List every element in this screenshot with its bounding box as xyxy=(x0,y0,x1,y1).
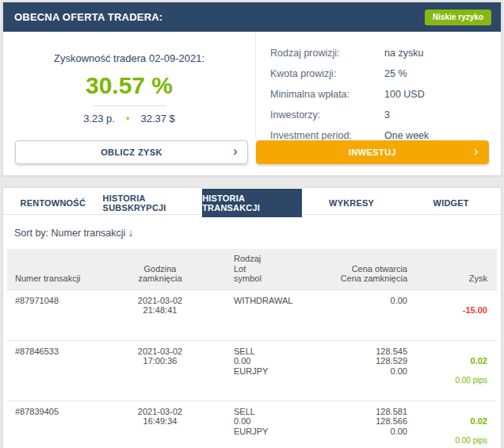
sort-field-control[interactable]: Numer transakcji ↓ xyxy=(52,228,134,239)
cell-type-lot-symbol: SELL 0.00 EURJPY xyxy=(212,405,315,438)
offer-card-body: Zyskowność tradera 02-09-2021: 30.57 % 3… xyxy=(3,32,501,138)
tab-item[interactable]: HISTORIA SUBSKRYPCJI xyxy=(103,191,203,214)
cell-profit: 0.02 0.00 pips xyxy=(414,405,497,448)
cell-type-lot-symbol: SELL 0.00 EURJPY xyxy=(212,345,315,378)
offer-card: OBECNA OFERTA TRADERA: Niskie ryzyko Zys… xyxy=(2,2,502,176)
profit-pips-value: 0.00 pips xyxy=(414,436,487,446)
calculate-profit-button-label: OBLICZ ZYSK xyxy=(16,147,247,157)
offer-detail-value: 25 % xyxy=(384,68,407,79)
cell-open-close-price: 0.00 xyxy=(315,294,414,308)
cell-transaction-number: #87839405 xyxy=(7,405,109,419)
table-row: #87971048 2021-03-02 21:48:41 WITHDRAWAL… xyxy=(7,290,497,341)
offer-detail-value: 100 USD xyxy=(384,89,425,100)
header-transaction-number: Numer transakcji xyxy=(7,274,109,284)
header-close-time: Godzina zamknięcia xyxy=(109,264,212,284)
table-row: #87839405 2021-03-02 16:49:34 SELL 0.00 … xyxy=(7,401,497,448)
offer-detail-value: 3 xyxy=(384,109,390,121)
profit-usd-value: 32.37 $ xyxy=(140,113,174,124)
sort-field-name: Numer transakcji xyxy=(52,228,126,239)
tab-label: HISTORIA SUBSKRYPCJI xyxy=(103,193,203,213)
tab-item[interactable]: RENTOWNOŚĆ xyxy=(3,191,103,214)
offer-buttons-row: OBLICZ ZYSK › INWESTUJ › xyxy=(3,138,501,175)
history-card: RENTOWNOŚĆ HISTORIA SUBSKRYPCJI HISTORIA… xyxy=(2,187,502,448)
cell-close-time: 2021-03-02 16:49:34 xyxy=(109,405,212,428)
offer-detail-label: Kwota prowizji: xyxy=(270,68,384,79)
offer-detail-label: Investment period: xyxy=(270,130,384,141)
sort-bar: Sort by: Numer transakcji ↓ xyxy=(3,215,501,249)
divider xyxy=(93,105,166,106)
sort-by-label: Sort by: xyxy=(14,228,48,239)
header-open-close-price: Cena otwarcia Cena zamknięcia xyxy=(315,264,414,284)
offer-detail-row: Kwota prowizji: 25 % xyxy=(270,63,501,84)
cell-profit: -15.00 xyxy=(414,294,497,337)
offer-detail-row: Rodzaj prowizji: na zysku xyxy=(270,43,501,63)
calculate-profit-button[interactable]: OBLICZ ZYSK › xyxy=(15,140,248,164)
cell-close-time: 2021-03-02 21:48:41 xyxy=(109,294,212,317)
offer-detail-label: Minimalna wpłata: xyxy=(270,89,384,100)
table-row: #87846533 2021-03-02 17:00:36 SELL 0.00 … xyxy=(7,341,497,401)
chevron-right-icon: › xyxy=(233,144,238,159)
offer-detail-value: One week xyxy=(384,130,429,141)
cell-transaction-number: #87846533 xyxy=(7,345,109,358)
cell-open-close-price: 128.581 128.566 0.00 xyxy=(315,405,414,438)
offer-card-title: OBECNA OFERTA TRADERA: xyxy=(14,11,162,23)
sort-direction-arrow-icon: ↓ xyxy=(128,228,133,239)
trader-offer-page: OBECNA OFERTA TRADERA: Niskie ryzyko Zys… xyxy=(0,0,504,448)
transactions-table: Numer transakcji Godzina zamknięcia Rodz… xyxy=(7,249,497,448)
profit-value: -15.00 xyxy=(414,305,487,316)
cell-type-lot-symbol: WITHDRAWAL xyxy=(212,294,315,308)
profit-pips-value: 0.00 pips xyxy=(414,376,487,385)
chevron-right-icon: › xyxy=(474,144,479,159)
offer-detail-row: Inwestorzy: 3 xyxy=(270,105,501,125)
offer-detail-label: Inwestorzy: xyxy=(270,109,384,121)
profit-value: 0.02 xyxy=(414,416,487,427)
tab-label: HISTORIA TRANSAKCJI xyxy=(202,193,302,213)
offer-details-pane: Rodzaj prowizji: na zysku Kwota prowizji… xyxy=(255,32,501,138)
tab-item[interactable]: WIDGET xyxy=(401,191,501,214)
offer-detail-label: Rodzaj prowizji: xyxy=(270,48,384,59)
bullet-dot-icon: • xyxy=(126,113,130,124)
header-type-lot-symbol: Rodzaj Lot symbol xyxy=(212,254,315,284)
invest-button[interactable]: INWESTUJ › xyxy=(256,140,489,164)
offer-detail-row: Minimalna wpłata: 100 USD xyxy=(270,84,501,105)
cell-transaction-number: #87971048 xyxy=(7,294,109,308)
tab-label: WYKRESY xyxy=(329,198,374,208)
profitability-heading: Zyskowność tradera 02-09-2021: xyxy=(3,52,255,64)
offer-detail-value: na zysku xyxy=(384,48,423,59)
tab-label: WIDGET xyxy=(433,198,469,208)
tab-item[interactable]: WYKRESY xyxy=(302,191,402,214)
transactions-table-header: Numer transakcji Godzina zamknięcia Rodz… xyxy=(7,249,497,290)
cell-close-time: 2021-03-02 17:00:36 xyxy=(109,345,212,368)
tab-bar: RENTOWNOŚĆ HISTORIA SUBSKRYPCJI HISTORIA… xyxy=(3,191,501,215)
cell-profit: 0.02 0.00 pips xyxy=(414,345,497,397)
risk-badge: Niskie ryzyko xyxy=(425,10,491,25)
header-profit: Zysk xyxy=(414,274,497,284)
profit-sub-values: 3.23 p. • 32.37 $ xyxy=(3,113,255,124)
profit-value: 0.02 xyxy=(414,356,487,366)
cell-open-close-price: 128.545 128.529 0.00 xyxy=(315,345,414,378)
invest-button-label: INWESTUJ xyxy=(257,147,488,157)
profit-percent-value: 30.57 % xyxy=(3,72,255,98)
tab-item[interactable]: HISTORIA TRANSAKCJI xyxy=(202,189,302,217)
profitability-pane: Zyskowność tradera 02-09-2021: 30.57 % 3… xyxy=(3,32,255,138)
tab-label: RENTOWNOŚĆ xyxy=(21,198,86,208)
offer-card-header: OBECNA OFERTA TRADERA: Niskie ryzyko xyxy=(3,2,501,32)
profit-points-value: 3.23 p. xyxy=(83,113,115,124)
